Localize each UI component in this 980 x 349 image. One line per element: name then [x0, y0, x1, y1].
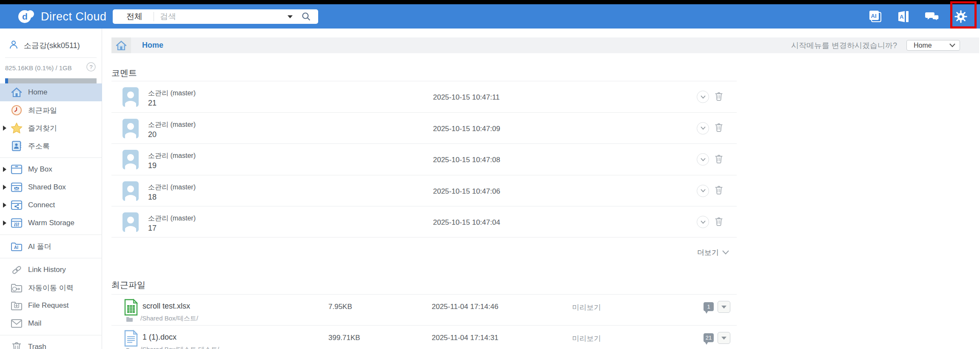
- sidebar-item-warm-storage[interactable]: Warm Storage: [0, 214, 102, 232]
- expand-arrow-icon[interactable]: [3, 167, 6, 172]
- comments-more-button[interactable]: 더보기: [111, 247, 737, 258]
- comment-text: 18: [148, 193, 157, 202]
- comment-text: 17: [148, 224, 157, 233]
- search-input[interactable]: [154, 12, 288, 21]
- comment-delete-button[interactable]: [715, 217, 723, 228]
- comment-row: 소관리 (master) 21 2025-10-15 10:47:11: [111, 81, 737, 112]
- file-size: 7.95KB: [328, 303, 352, 311]
- comment-timestamp: 2025-10-15 10:47:11: [433, 93, 500, 102]
- ai-documents-icon[interactable]: AI: [866, 9, 885, 25]
- preview-link[interactable]: 미리보기: [572, 303, 601, 312]
- file-row[interactable]: 1 (1).docx /Shared Box/테스트 테스트/ 399.71KB…: [111, 325, 737, 349]
- excel-file-icon: [124, 299, 138, 318]
- file-menu-button[interactable]: [718, 332, 730, 344]
- divider: [0, 235, 102, 235]
- sidebar: 소금강(skk0511) 825.16KB (0.1%) / 1GB ?: [0, 29, 102, 349]
- chevron-down-icon: [701, 220, 706, 224]
- comment-delete-button[interactable]: [715, 92, 723, 103]
- home-icon: [9, 87, 24, 98]
- comment-delete-button[interactable]: [715, 185, 723, 196]
- sidebar-item-label: Link History: [28, 266, 66, 274]
- sidebar-item-label: Home: [28, 88, 47, 97]
- breadcrumb: Home 시작메뉴를 변경하시겠습니까? Home: [111, 37, 979, 53]
- address-book-icon: [9, 140, 24, 152]
- comment-count-badge[interactable]: 1: [704, 302, 714, 311]
- breadcrumb-home-icon[interactable]: [111, 37, 131, 53]
- sidebar-item-auto-move-history[interactable]: 자동이동 이력: [0, 279, 102, 297]
- comment-row: 소관리 (master) 20 2025-10-15 10:47:09: [111, 112, 737, 144]
- comment-timestamp: 2025-10-15 10:47:09: [433, 125, 500, 133]
- search-icon[interactable]: [301, 11, 311, 22]
- divider: [0, 258, 102, 258]
- svg-text:A: A: [900, 14, 904, 20]
- file-name[interactable]: scroll test.xlsx: [142, 302, 190, 311]
- user-name: 소금강(skk0511): [24, 40, 80, 51]
- file-menu-button[interactable]: [718, 301, 730, 313]
- comment-expand-button[interactable]: [697, 153, 709, 166]
- avatar: [122, 150, 139, 169]
- page-title[interactable]: Home: [142, 41, 163, 50]
- more-label: 더보기: [697, 248, 719, 257]
- comment-expand-button[interactable]: [697, 122, 709, 134]
- file-row[interactable]: scroll test.xlsx /Shared Box/테스트/ 7.95KB…: [111, 294, 737, 325]
- comment-expand-button[interactable]: [697, 185, 709, 197]
- chevron-down-icon: [701, 126, 706, 130]
- sidebar-item-mail[interactable]: Mail: [0, 315, 102, 332]
- trash-icon: [9, 341, 24, 349]
- sidebar-item-trash[interactable]: Trash: [0, 338, 102, 349]
- chat-icon[interactable]: [923, 9, 942, 25]
- ai-translate-icon[interactable]: A: [894, 9, 914, 25]
- comment-delete-button[interactable]: [715, 154, 723, 165]
- expand-arrow-icon[interactable]: [3, 220, 6, 226]
- expand-arrow-icon[interactable]: [3, 203, 6, 208]
- expand-arrow-icon[interactable]: [3, 185, 6, 190]
- sidebar-item-connect[interactable]: Connect: [0, 196, 102, 214]
- sidebar-item-my-box[interactable]: My Box: [0, 160, 102, 178]
- main-content: Home 시작메뉴를 변경하시겠습니까? Home 코멘트 소관리 (maste…: [103, 29, 980, 349]
- comment-expand-button[interactable]: [697, 91, 709, 103]
- comment-row: 소관리 (master) 17 2025-10-15 10:47:04: [111, 206, 737, 237]
- sidebar-item-label: Mail: [28, 319, 41, 328]
- file-timestamp: 2025-11-04 17:14:31: [432, 334, 499, 342]
- sidebar-item-label: Shared Box: [28, 183, 66, 192]
- sidebar-item-recent-files[interactable]: 최근파일: [0, 101, 102, 119]
- link-icon: [9, 264, 24, 275]
- search-box[interactable]: 전체: [113, 9, 318, 24]
- sidebar-item-file-request[interactable]: File Request: [0, 297, 102, 315]
- sidebar-item-home[interactable]: Home: [0, 83, 102, 101]
- chevron-down-icon: [722, 250, 729, 255]
- comment-delete-button[interactable]: [715, 123, 723, 134]
- logo[interactable]: d Direct Cloud: [17, 8, 107, 26]
- sidebar-item-ai-folder[interactable]: AI AI 폴더: [0, 237, 102, 255]
- comment-count-badge[interactable]: 21: [704, 333, 714, 342]
- sidebar-item-label: File Request: [28, 301, 68, 310]
- file-path[interactable]: /Shared Box/테스트/: [140, 315, 198, 323]
- sidebar-item-label: 즐겨찾기: [28, 123, 57, 133]
- file-name[interactable]: 1 (1).docx: [142, 333, 177, 342]
- sidebar-item-label: My Box: [28, 165, 52, 174]
- sidebar-item-shared-box[interactable]: Shared Box: [0, 178, 102, 196]
- file-request-folder-icon: [9, 300, 24, 311]
- divider: [0, 157, 102, 158]
- sidebar-item-link-history[interactable]: Link History: [0, 261, 102, 279]
- comment-expand-button[interactable]: [697, 216, 709, 228]
- search-scope-label[interactable]: 전체: [113, 11, 154, 22]
- recent-files-section-title: 최근파일: [111, 279, 145, 291]
- star-icon: [9, 122, 24, 134]
- file-path[interactable]: /Shared Box/테스트 테스트/: [140, 346, 219, 349]
- top-black-strip: [0, 0, 980, 4]
- mail-icon: [9, 319, 24, 328]
- preview-link[interactable]: 미리보기: [572, 334, 601, 343]
- svg-text:d: d: [22, 11, 28, 21]
- my-box-icon: [9, 164, 24, 175]
- search-scope-caret-icon[interactable]: [288, 15, 293, 18]
- start-menu-select[interactable]: Home: [906, 40, 960, 51]
- expand-arrow-icon[interactable]: [3, 126, 6, 131]
- start-menu-selected-value: Home: [914, 42, 932, 49]
- sidebar-item-label: AI 폴더: [28, 242, 51, 252]
- sidebar-item-favorites[interactable]: 즐겨찾기: [0, 119, 102, 137]
- user-profile[interactable]: 소금강(skk0511): [0, 29, 102, 51]
- quota-help-icon[interactable]: ?: [86, 62, 96, 73]
- sidebar-item-address-book[interactable]: 주소록: [0, 137, 102, 155]
- comment-timestamp: 2025-10-15 10:47:08: [433, 156, 500, 164]
